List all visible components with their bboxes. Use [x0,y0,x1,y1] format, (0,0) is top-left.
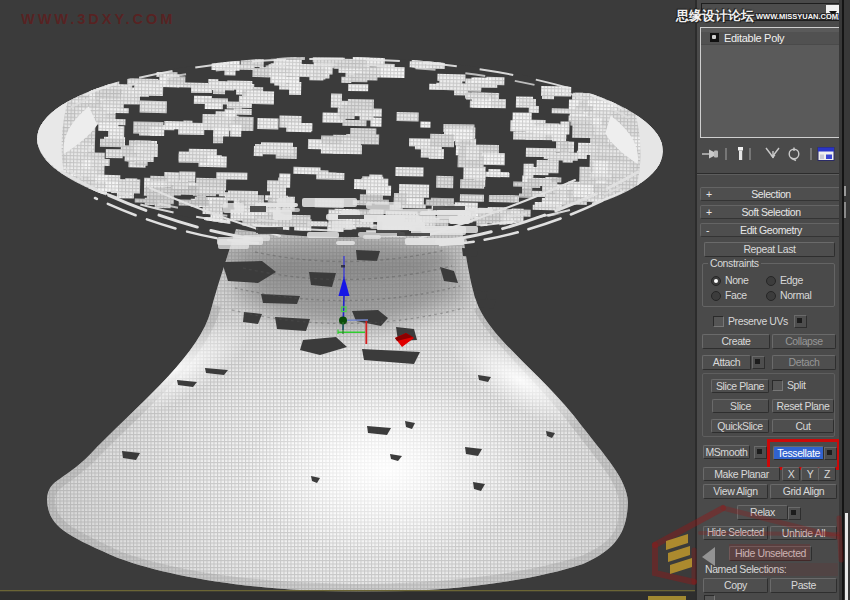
svg-text:WWW.3DXY.COM: WWW.3DXY.COM [21,11,175,27]
